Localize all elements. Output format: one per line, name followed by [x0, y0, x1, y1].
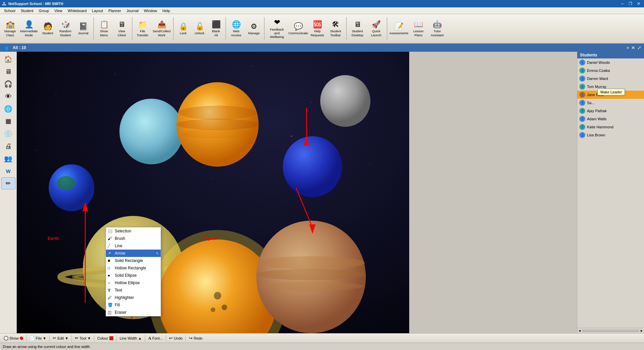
- ctx-solid-ellipse[interactable]: ● Solid Ellipse: [106, 272, 161, 279]
- show-menu-button[interactable]: 📋 Show Menu: [95, 15, 113, 42]
- sidebar-disc-button[interactable]: 💿: [1, 128, 15, 140]
- ctx-hollow-rect[interactable]: □ Hollow Rectangle: [106, 264, 161, 272]
- sidebar-layout-button[interactable]: ▦: [1, 115, 15, 127]
- menu-view[interactable]: View: [52, 8, 65, 13]
- ctx-eraser[interactable]: ◫ Eraser: [106, 309, 161, 316]
- canvas-area[interactable]: Earth Jupiter ⬜ Selection 🖌 Brush ╱ Line…: [17, 52, 409, 333]
- sidebar-home-button[interactable]: 🏠: [1, 53, 15, 65]
- scroll-left[interactable]: ◄: [578, 329, 581, 333]
- fire-planet-band1: [179, 106, 256, 120]
- menu-help[interactable]: Help: [160, 8, 173, 13]
- line-width-button[interactable]: Line Width ▲: [118, 336, 144, 341]
- lesson-plans-button[interactable]: 📖 Lesson Plans: [409, 15, 428, 42]
- lock-icon: 🔒: [179, 22, 188, 31]
- ctx-fill[interactable]: 🪣 Fill: [106, 301, 161, 309]
- web-access-button[interactable]: 🌐 Web Access: [227, 15, 245, 42]
- menu-journal[interactable]: Journal: [124, 8, 141, 13]
- sunspot-1: [214, 292, 221, 299]
- assessments-button[interactable]: 📝 Assessments: [389, 15, 409, 42]
- student-row-daniel-woods[interactable]: 👤 Daniel Woods: [577, 58, 644, 67]
- tutor-assistant-button[interactable]: 🤖 Tutor Assistant: [428, 15, 446, 42]
- menu-group[interactable]: Group: [36, 8, 52, 13]
- redo-button[interactable]: ↪ Redo: [187, 335, 204, 341]
- sidebar-globe-button[interactable]: 🌐: [1, 103, 15, 115]
- blank-all-button[interactable]: ⬛ Blank All: [208, 15, 224, 42]
- panel-scrollbar[interactable]: ◄ ►: [577, 328, 644, 333]
- highlighter-icon: 🖊: [108, 295, 112, 300]
- communicate-button[interactable]: 💬 Communicate: [288, 15, 308, 42]
- maximize-button[interactable]: ❐: [627, 1, 634, 6]
- scroll-right[interactable]: ►: [640, 329, 643, 333]
- unlock-button[interactable]: 🔓 Unlock: [192, 15, 208, 42]
- minimize-button[interactable]: ─: [619, 1, 626, 6]
- student-name: Lisa Brown: [587, 133, 605, 137]
- menu-whiteboard[interactable]: Whiteboard: [65, 8, 89, 13]
- student-row-emma-czaika[interactable]: 👤 Emma Czaika: [577, 67, 644, 75]
- separator-5: [264, 17, 265, 40]
- tool-button[interactable]: ✏ Tool ▼: [73, 335, 93, 341]
- close-button[interactable]: ✕: [635, 1, 642, 6]
- sidebar-view-button[interactable]: 👁: [1, 90, 15, 102]
- undo-button[interactable]: ↩ Undo: [167, 335, 184, 341]
- intermediate-mode-icon: 👤: [24, 20, 34, 29]
- random-student-button[interactable]: 🎲 Random Student: [57, 15, 74, 42]
- colour-section[interactable]: Colour: [96, 336, 115, 341]
- ctx-hollow-ellipse[interactable]: ○ Hollow Ellipse: [106, 279, 161, 287]
- ctx-line[interactable]: ╱ Line: [106, 242, 161, 250]
- sidebar-print-button[interactable]: 🖨: [1, 140, 15, 152]
- send-collect-button[interactable]: 📤 Send/Collect Work: [152, 15, 172, 42]
- student-row-lisa-brown[interactable]: 👤 Lisa Brown: [577, 131, 644, 139]
- font-button[interactable]: A Font...: [147, 335, 165, 342]
- expand-group-button[interactable]: ⤢: [637, 45, 641, 50]
- quick-launch-button[interactable]: 🚀 Quick Launch: [367, 15, 385, 42]
- brush-icon: 🖌: [108, 236, 112, 241]
- journal-button[interactable]: 📓 Journal: [74, 15, 92, 42]
- close-group-button[interactable]: ✕: [631, 45, 635, 50]
- sidebar-monitor-button[interactable]: 🖥: [1, 65, 15, 78]
- file-button[interactable]: 📄 File ▼: [28, 335, 48, 341]
- menu-planner[interactable]: Planner: [106, 8, 124, 13]
- lock-label: Lock: [180, 31, 186, 35]
- help-requests-button[interactable]: 🆘 Help Requests: [309, 15, 326, 42]
- student-desktop-button[interactable]: 🖥 Student Desktop: [348, 15, 367, 42]
- intermediate-mode-button[interactable]: 👤 Intermediate Mode: [19, 15, 39, 42]
- sidebar-group-button[interactable]: 👥: [1, 152, 15, 165]
- student-name: Adam Walls: [587, 117, 606, 121]
- ctx-text[interactable]: T Text: [106, 287, 161, 294]
- ctx-selection[interactable]: ⬜ Selection: [106, 227, 161, 235]
- menu-window[interactable]: Window: [141, 8, 160, 13]
- show-button[interactable]: Show: [2, 335, 25, 341]
- student-button[interactable]: 🧑 Student: [39, 15, 56, 42]
- ctx-arrow[interactable]: ↗ Arrow ↖: [106, 250, 161, 257]
- add-group-button[interactable]: +: [627, 45, 629, 50]
- menu-school[interactable]: School: [1, 8, 18, 13]
- manage-icon: ⚙: [251, 22, 257, 31]
- communicate-label: Communicate: [288, 31, 308, 35]
- student-row-darren-ward[interactable]: 👤 Darren Ward: [577, 75, 644, 83]
- student-toolbar-button[interactable]: 🛠 Student Toolbar: [326, 15, 345, 42]
- student-row-katie-hammond[interactable]: 👤 Katie Hammond: [577, 123, 644, 131]
- sidebar-pen-button[interactable]: ✏: [1, 177, 15, 189]
- manage-button[interactable]: ⚙ Manage: [245, 15, 263, 42]
- edit-button[interactable]: ✂ Edit ▼: [51, 335, 70, 341]
- scroll-track[interactable]: [582, 330, 639, 332]
- student-avatar: 👤: [579, 132, 585, 138]
- feedback-button[interactable]: ❤ Feedback and Wellbeing: [266, 15, 288, 42]
- menu-student[interactable]: Student: [18, 8, 36, 13]
- ctx-highlighter[interactable]: 🖊 Highlighter: [106, 294, 161, 301]
- students-header: Students: [577, 52, 644, 58]
- lock-button[interactable]: 🔒 Lock: [175, 15, 191, 42]
- file-transfer-button[interactable]: 📁 File Transfer: [134, 15, 151, 42]
- student-row-adam-walls[interactable]: 👤 Adam Walls: [577, 115, 644, 123]
- student-row-sarah[interactable]: 👤 Sa...: [577, 99, 644, 107]
- earth-continent: [57, 176, 75, 190]
- menu-layout[interactable]: Layout: [89, 8, 106, 13]
- manage-class-button[interactable]: 🏫 Manage Class: [1, 15, 19, 42]
- student-row-ajay-pathak[interactable]: 👤 Ajay Pathak: [577, 107, 644, 115]
- ctx-solid-rect[interactable]: ■ Solid Rectangle: [106, 257, 161, 264]
- sidebar-office-button[interactable]: W: [1, 165, 15, 177]
- groupbar-controls: + ✕ ⤢: [627, 45, 641, 50]
- view-client-button[interactable]: 🖥 View Client: [113, 15, 130, 42]
- ctx-brush[interactable]: 🖌 Brush: [106, 235, 161, 242]
- sidebar-audio-button[interactable]: 🎧: [1, 78, 15, 90]
